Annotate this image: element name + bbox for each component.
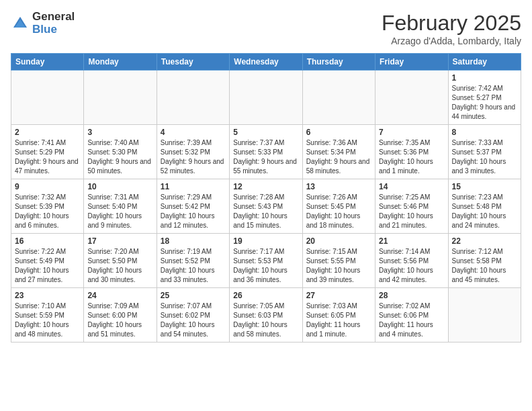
day-info: Sunrise: 7:10 AMSunset: 5:59 PMDaylight:…	[15, 302, 80, 339]
calendar-cell	[230, 71, 302, 125]
title-block: February 2025 Arzago d'Adda, Lombardy, I…	[382, 11, 521, 46]
day-number: 4	[161, 128, 226, 137]
day-number: 9	[15, 182, 80, 191]
day-info: Sunrise: 7:09 AMSunset: 6:00 PMDaylight:…	[87, 302, 152, 339]
day-info: Sunrise: 7:07 AMSunset: 6:02 PMDaylight:…	[161, 302, 226, 339]
day-info: Sunrise: 7:19 AMSunset: 5:52 PMDaylight:…	[161, 247, 226, 285]
day-info: Sunrise: 7:40 AMSunset: 5:30 PMDaylight:…	[87, 138, 152, 176]
day-info: Sunrise: 7:25 AMSunset: 5:46 PMDaylight:…	[379, 193, 444, 230]
calendar-cell: 19Sunrise: 7:17 AMSunset: 5:53 PMDayligh…	[230, 234, 302, 288]
day-info: Sunrise: 7:26 AMSunset: 5:45 PMDaylight:…	[306, 193, 371, 230]
calendar-cell: 28Sunrise: 7:02 AMSunset: 6:06 PMDayligh…	[375, 288, 448, 342]
logo-blue: Blue	[32, 24, 75, 36]
day-number: 5	[233, 128, 298, 137]
calendar-week-row: 23Sunrise: 7:10 AMSunset: 5:59 PMDayligh…	[11, 288, 521, 342]
weekday-header: Friday	[375, 54, 448, 71]
day-number: 21	[379, 236, 444, 246]
day-info: Sunrise: 7:37 AMSunset: 5:33 PMDaylight:…	[233, 138, 298, 176]
day-info: Sunrise: 7:36 AMSunset: 5:34 PMDaylight:…	[306, 138, 371, 176]
calendar-cell	[448, 288, 521, 342]
day-number: 24	[87, 291, 152, 300]
day-number: 8	[452, 128, 517, 137]
day-number: 17	[87, 236, 152, 246]
calendar-cell	[375, 71, 448, 125]
weekday-row: SundayMondayTuesdayWednesdayThursdayFrid…	[11, 54, 521, 71]
day-info: Sunrise: 7:20 AMSunset: 5:50 PMDaylight:…	[87, 247, 152, 285]
calendar-week-row: 2Sunrise: 7:41 AMSunset: 5:29 PMDaylight…	[11, 125, 521, 179]
logo-icon	[11, 14, 30, 33]
day-info: Sunrise: 7:41 AMSunset: 5:29 PMDaylight:…	[15, 138, 80, 176]
calendar-cell: 8Sunrise: 7:33 AMSunset: 5:37 PMDaylight…	[448, 125, 521, 179]
day-info: Sunrise: 7:05 AMSunset: 6:03 PMDaylight:…	[233, 302, 298, 339]
day-info: Sunrise: 7:12 AMSunset: 5:58 PMDaylight:…	[452, 247, 517, 285]
calendar-cell: 3Sunrise: 7:40 AMSunset: 5:30 PMDaylight…	[84, 125, 157, 179]
day-number: 1	[452, 73, 517, 83]
calendar-cell	[11, 71, 84, 125]
calendar-cell: 16Sunrise: 7:22 AMSunset: 5:49 PMDayligh…	[11, 234, 84, 288]
calendar-week-row: 1Sunrise: 7:42 AMSunset: 5:27 PMDaylight…	[11, 71, 521, 125]
day-info: Sunrise: 7:02 AMSunset: 6:06 PMDaylight:…	[379, 302, 444, 339]
calendar-cell: 25Sunrise: 7:07 AMSunset: 6:02 PMDayligh…	[157, 288, 229, 342]
day-number: 10	[87, 182, 152, 191]
day-info: Sunrise: 7:28 AMSunset: 5:43 PMDaylight:…	[233, 193, 298, 230]
calendar-cell: 9Sunrise: 7:32 AMSunset: 5:39 PMDaylight…	[11, 179, 84, 234]
day-number: 23	[15, 291, 80, 300]
day-info: Sunrise: 7:39 AMSunset: 5:32 PMDaylight:…	[161, 138, 226, 176]
calendar-cell: 27Sunrise: 7:03 AMSunset: 6:05 PMDayligh…	[302, 288, 375, 342]
day-number: 12	[233, 182, 298, 191]
day-info: Sunrise: 7:31 AMSunset: 5:40 PMDaylight:…	[87, 193, 152, 230]
day-info: Sunrise: 7:33 AMSunset: 5:37 PMDaylight:…	[452, 138, 517, 176]
day-number: 16	[15, 236, 80, 246]
day-number: 14	[379, 182, 444, 191]
day-number: 18	[161, 236, 226, 246]
calendar-cell: 7Sunrise: 7:35 AMSunset: 5:36 PMDaylight…	[375, 125, 448, 179]
calendar-cell: 5Sunrise: 7:37 AMSunset: 5:33 PMDaylight…	[230, 125, 302, 179]
day-info: Sunrise: 7:42 AMSunset: 5:27 PMDaylight:…	[452, 84, 517, 122]
logo-text: General Blue	[32, 11, 75, 36]
calendar-header: SundayMondayTuesdayWednesdayThursdayFrid…	[11, 54, 521, 71]
calendar-table: SundayMondayTuesdayWednesdayThursdayFrid…	[11, 53, 521, 342]
calendar-week-row: 16Sunrise: 7:22 AMSunset: 5:49 PMDayligh…	[11, 234, 521, 288]
day-info: Sunrise: 7:14 AMSunset: 5:56 PMDaylight:…	[379, 247, 444, 285]
day-number: 7	[379, 128, 444, 137]
calendar-cell: 14Sunrise: 7:25 AMSunset: 5:46 PMDayligh…	[375, 179, 448, 234]
calendar-cell: 22Sunrise: 7:12 AMSunset: 5:58 PMDayligh…	[448, 234, 521, 288]
day-number: 25	[161, 291, 226, 300]
day-number: 11	[161, 182, 226, 191]
calendar-week-row: 9Sunrise: 7:32 AMSunset: 5:39 PMDaylight…	[11, 179, 521, 234]
weekday-header: Tuesday	[157, 54, 229, 71]
day-number: 3	[87, 128, 152, 137]
logo-general: General	[32, 11, 75, 24]
calendar-cell: 12Sunrise: 7:28 AMSunset: 5:43 PMDayligh…	[230, 179, 302, 234]
calendar-cell: 11Sunrise: 7:29 AMSunset: 5:42 PMDayligh…	[157, 179, 229, 234]
day-info: Sunrise: 7:22 AMSunset: 5:49 PMDaylight:…	[15, 247, 80, 285]
weekday-header: Thursday	[302, 54, 375, 71]
calendar-cell	[157, 71, 229, 125]
weekday-header: Sunday	[11, 54, 84, 71]
day-number: 20	[306, 236, 371, 246]
day-number: 22	[452, 236, 517, 246]
logo: General Blue	[11, 11, 75, 36]
day-info: Sunrise: 7:29 AMSunset: 5:42 PMDaylight:…	[161, 193, 226, 230]
day-info: Sunrise: 7:35 AMSunset: 5:36 PMDaylight:…	[379, 138, 444, 176]
calendar-cell: 10Sunrise: 7:31 AMSunset: 5:40 PMDayligh…	[84, 179, 157, 234]
day-number: 26	[233, 291, 298, 300]
day-number: 2	[15, 128, 80, 137]
day-info: Sunrise: 7:03 AMSunset: 6:05 PMDaylight:…	[306, 302, 371, 339]
day-number: 13	[306, 182, 371, 191]
calendar-cell: 2Sunrise: 7:41 AMSunset: 5:29 PMDaylight…	[11, 125, 84, 179]
day-info: Sunrise: 7:32 AMSunset: 5:39 PMDaylight:…	[15, 193, 80, 230]
calendar-cell: 18Sunrise: 7:19 AMSunset: 5:52 PMDayligh…	[157, 234, 229, 288]
day-number: 28	[379, 291, 444, 300]
weekday-header: Wednesday	[230, 54, 302, 71]
day-number: 19	[233, 236, 298, 246]
day-number: 15	[452, 182, 517, 191]
calendar-cell: 13Sunrise: 7:26 AMSunset: 5:45 PMDayligh…	[302, 179, 375, 234]
calendar-title: February 2025	[382, 11, 521, 36]
calendar-cell: 26Sunrise: 7:05 AMSunset: 6:03 PMDayligh…	[230, 288, 302, 342]
calendar-cell: 24Sunrise: 7:09 AMSunset: 6:00 PMDayligh…	[84, 288, 157, 342]
calendar-cell: 4Sunrise: 7:39 AMSunset: 5:32 PMDaylight…	[157, 125, 229, 179]
day-number: 27	[306, 291, 371, 300]
calendar-cell: 23Sunrise: 7:10 AMSunset: 5:59 PMDayligh…	[11, 288, 84, 342]
day-info: Sunrise: 7:23 AMSunset: 5:48 PMDaylight:…	[452, 193, 517, 230]
